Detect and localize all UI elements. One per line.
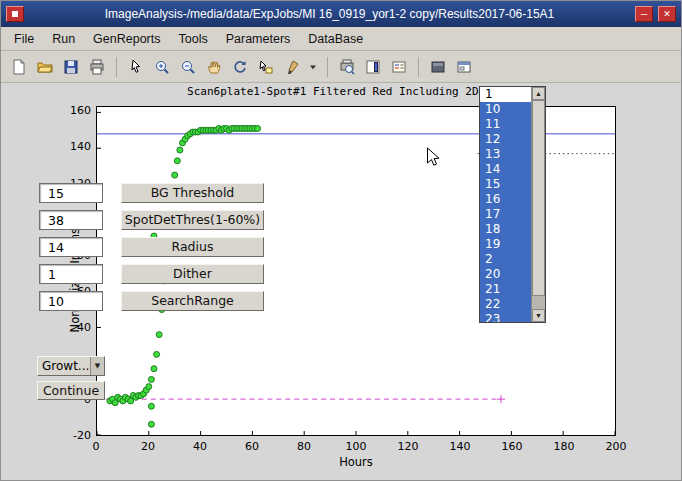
menu-run[interactable]: Run <box>43 28 84 50</box>
dropdown-list: 110111213141516171819220212223 ▲ ▼ <box>479 86 546 323</box>
menu-tools[interactable]: Tools <box>170 28 217 50</box>
y-tick-label: 140 <box>43 140 91 153</box>
dropdown-item-11[interactable]: 11 <box>480 117 531 132</box>
open-file-icon <box>37 59 53 75</box>
dropdown-item-20[interactable]: 20 <box>480 267 531 282</box>
dropdown-item-10[interactable]: 10 <box>480 102 531 117</box>
dropdown-item-18[interactable]: 18 <box>480 222 531 237</box>
toolbar <box>1 51 681 83</box>
dropdown-item-12[interactable]: 12 <box>480 132 531 147</box>
dropdown-item-15[interactable]: 15 <box>480 177 531 192</box>
dropdown-item-19[interactable]: 19 <box>480 237 531 252</box>
dropdown-items: 110111213141516171819220212223 <box>480 87 531 322</box>
show-plot-tools-button[interactable] <box>452 55 476 79</box>
insert-colorbar-icon <box>365 59 381 75</box>
open-file-button[interactable] <box>33 55 57 79</box>
menu-genreports[interactable]: GenReports <box>84 28 169 50</box>
window-menu-button[interactable] <box>6 6 24 22</box>
toolbar-separator <box>116 57 117 77</box>
menubar: FileRunGenReportsToolsParametersDataBase <box>1 27 681 51</box>
dropdown-scrollbar[interactable]: ▲ ▼ <box>531 87 545 322</box>
x-tick-label: 140 <box>443 440 477 453</box>
print-figure-icon <box>89 59 105 75</box>
dropdown-item-2[interactable]: 2 <box>480 252 531 267</box>
hide-plot-tools-icon <box>430 59 446 75</box>
y-tick-label: 160 <box>43 104 91 117</box>
rotate-3d-button[interactable] <box>228 55 252 79</box>
menu-file[interactable]: File <box>5 28 43 50</box>
dropdown-item-21[interactable]: 21 <box>480 282 531 297</box>
menu-parameters[interactable]: Parameters <box>217 28 300 50</box>
dither-input[interactable] <box>39 264 103 284</box>
pan-icon <box>206 59 222 75</box>
scroll-down-arrow-icon[interactable]: ▼ <box>532 309 545 322</box>
growth-popup[interactable]: Growt... ▼ <box>37 356 105 376</box>
print-preview-icon <box>339 59 355 75</box>
brush-dropdown-button[interactable] <box>306 55 320 79</box>
search-range-button[interactable]: SearchRange <box>121 291 264 311</box>
x-tick-label: 40 <box>183 440 217 453</box>
x-tick-label: 60 <box>235 440 269 453</box>
brush-icon <box>284 59 300 75</box>
x-tick-label: 200 <box>599 440 633 453</box>
minimize-button[interactable]: ─ <box>635 6 653 22</box>
new-figure-button[interactable] <box>7 55 31 79</box>
dropdown-item-14[interactable]: 14 <box>480 162 531 177</box>
toolbar-separator <box>418 57 419 77</box>
close-button[interactable]: ✕ <box>658 6 676 22</box>
radius-input[interactable] <box>39 237 103 257</box>
spot-det-thres-button[interactable]: SpotDetThres(1-60%) <box>121 210 264 230</box>
rotate-3d-icon <box>232 59 248 75</box>
continue-button[interactable]: Continue <box>37 381 105 400</box>
y-tick-label: -20 <box>43 429 91 442</box>
save-figure-icon <box>63 59 79 75</box>
scroll-up-arrow-icon[interactable]: ▲ <box>532 87 545 100</box>
dropdown-item-13[interactable]: 13 <box>480 147 531 162</box>
dither-button[interactable]: Dither <box>121 264 264 284</box>
save-figure-button[interactable] <box>59 55 83 79</box>
x-tick-label: 180 <box>547 440 581 453</box>
new-figure-icon <box>11 59 27 75</box>
dropdown-item-22[interactable]: 22 <box>480 297 531 312</box>
y-tick-label: 40 <box>43 321 91 334</box>
growth-popup-label: Growt... <box>42 359 89 373</box>
radius-button[interactable]: Radius <box>121 237 264 257</box>
mouse-cursor <box>426 147 442 169</box>
menu-database[interactable]: DataBase <box>299 28 372 50</box>
insert-colorbar-button[interactable] <box>361 55 385 79</box>
edit-plot-icon <box>128 59 144 75</box>
x-tick-label: 160 <box>495 440 529 453</box>
data-cursor-button[interactable] <box>254 55 278 79</box>
window-title: ImageAnalysis-/media/data/ExpJobs/MI 16_… <box>29 7 630 21</box>
print-figure-button[interactable] <box>85 55 109 79</box>
figure-area: Scan6plate1-Spot#1 Filtered Red Includin… <box>1 83 681 481</box>
dropdown-item-17[interactable]: 17 <box>480 207 531 222</box>
bg-threshold-input[interactable] <box>39 183 103 203</box>
zoom-out-icon <box>180 59 196 75</box>
zoom-in-button[interactable] <box>150 55 174 79</box>
insert-legend-icon <box>391 59 407 75</box>
data-cursor-icon <box>258 59 274 75</box>
bg-threshold-button[interactable]: BG Threshold <box>121 183 264 203</box>
brush-button[interactable] <box>280 55 304 79</box>
x-tick-label: 80 <box>287 440 321 453</box>
zoom-in-icon <box>154 59 170 75</box>
search-range-input[interactable] <box>39 291 103 311</box>
zoom-out-button[interactable] <box>176 55 200 79</box>
x-tick-label: 20 <box>131 440 165 453</box>
x-tick-label: 100 <box>339 440 373 453</box>
hide-plot-tools-button[interactable] <box>426 55 450 79</box>
scroll-thumb[interactable] <box>532 100 545 296</box>
titlebar[interactable]: ImageAnalysis-/media/data/ExpJobs/MI 16_… <box>1 1 681 27</box>
insert-legend-button[interactable] <box>387 55 411 79</box>
app-icon <box>12 11 18 17</box>
dropdown-item-1[interactable]: 1 <box>480 87 531 102</box>
print-preview-button[interactable] <box>335 55 359 79</box>
chevron-down-icon: ▼ <box>90 357 104 375</box>
x-axis-label: Hours <box>96 455 616 469</box>
spot-det-thres-input[interactable] <box>39 210 103 230</box>
dropdown-item-16[interactable]: 16 <box>480 192 531 207</box>
edit-plot-button[interactable] <box>124 55 148 79</box>
dropdown-item-23[interactable]: 23 <box>480 312 531 322</box>
pan-button[interactable] <box>202 55 226 79</box>
